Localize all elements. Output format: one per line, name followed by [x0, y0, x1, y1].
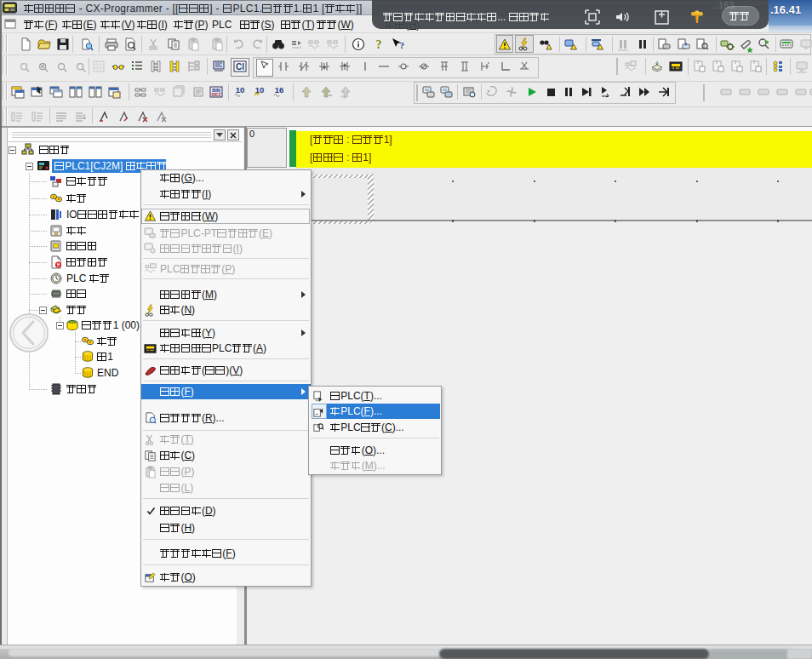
svg-text:CI: CI	[236, 62, 244, 72]
svg-text:DEZ: DEZ	[212, 92, 222, 97]
svg-text:10: 10	[236, 85, 245, 95]
svg-text:?: ?	[400, 40, 405, 50]
svg-text:16: 16	[275, 85, 284, 95]
svg-text:?: ?	[376, 38, 382, 51]
